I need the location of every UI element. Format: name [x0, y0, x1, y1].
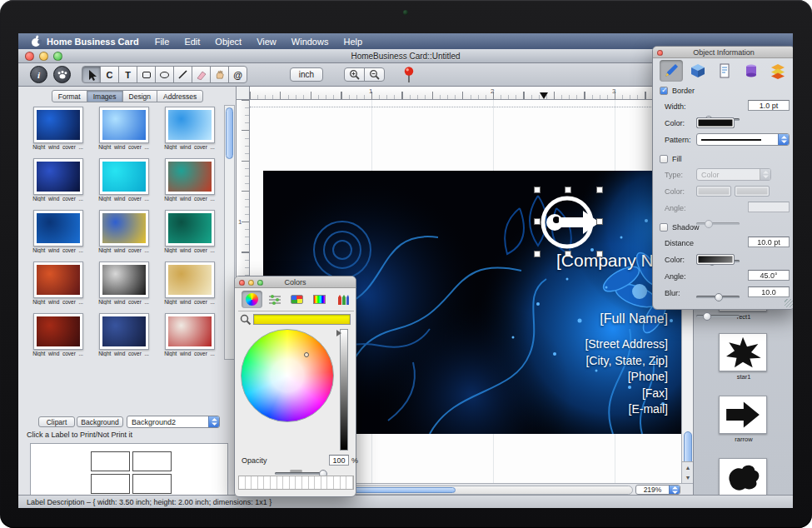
shadow-blur-slider[interactable] [696, 315, 740, 317]
full-name-text[interactable]: [Full Name] [600, 311, 668, 326]
print-label-cell[interactable] [91, 474, 130, 494]
shape-item-star[interactable] [719, 333, 767, 371]
crop-tool[interactable]: C [100, 66, 119, 83]
current-color-swatch[interactable] [253, 314, 351, 325]
scrollbar-arrows[interactable]: ▲▼ [682, 461, 694, 483]
shadow-distance-field[interactable]: 10.0 pt [748, 237, 790, 247]
opacity-slider[interactable] [275, 472, 326, 475]
menu-object[interactable]: Object [207, 37, 249, 47]
line-tool[interactable] [173, 66, 192, 83]
menu-file[interactable]: File [147, 37, 177, 47]
shadow-checkbox[interactable] [660, 223, 668, 232]
image-thumbnail[interactable]: Night_wind_cover_... [159, 105, 221, 157]
tab-format[interactable]: Format [52, 90, 87, 102]
background-button[interactable]: Background [77, 416, 123, 427]
zoom-button[interactable] [257, 280, 263, 286]
color-wheel[interactable] [241, 329, 334, 422]
image-thumbnail[interactable]: Night_wind_cover_... [159, 208, 221, 260]
border-color-well[interactable] [696, 117, 735, 128]
select-tool[interactable] [82, 66, 101, 83]
canvas-horizontal-scrollbar[interactable] [328, 486, 633, 495]
image-thumbnail[interactable]: Night_wind_cover_... [93, 157, 155, 208]
tab-images[interactable]: Images [87, 90, 123, 102]
print-label-cell[interactable] [132, 474, 172, 494]
at-tool[interactable]: @ [228, 66, 247, 83]
rectangle-tool[interactable] [137, 66, 156, 83]
tab-design[interactable]: Design [122, 90, 157, 102]
crayons-tab[interactable] [331, 291, 352, 308]
border-checkbox[interactable] [660, 87, 668, 95]
fill-color-well-1[interactable] [696, 186, 731, 197]
clipart-button[interactable]: Clipart [38, 416, 75, 427]
fill-checkbox[interactable] [660, 155, 668, 163]
image-thumbnail[interactable]: Night_wind_cover_... [93, 311, 155, 360]
magnifier-icon[interactable] [240, 314, 252, 326]
close-button[interactable] [239, 280, 245, 286]
unit-button[interactable]: inch [290, 67, 323, 82]
fill-angle-slider[interactable] [696, 222, 740, 225]
library-scrollbar-thumb[interactable] [226, 107, 233, 159]
color-wheel-selector[interactable] [304, 352, 309, 357]
info-button[interactable]: i [30, 66, 47, 83]
swatch-row[interactable] [238, 476, 354, 490]
zoom-out-button[interactable] [364, 67, 385, 82]
image-thumbnail[interactable]: Night_wind_cover_... [159, 311, 221, 360]
object-info-titlebar[interactable]: Object Information [653, 47, 793, 58]
paw-button[interactable] [53, 66, 71, 83]
shape-item-arrow[interactable] [719, 396, 767, 434]
image-thumbnail[interactable]: Night_wind_cover_... [93, 208, 155, 260]
border-pattern-select[interactable] [696, 133, 790, 146]
colors-panel[interactable]: Colors Opacity 100 % [234, 276, 356, 497]
color-wheel-tab[interactable] [242, 291, 262, 308]
menu-view[interactable]: View [249, 37, 284, 47]
swatch-drawer-handle[interactable] [290, 470, 302, 472]
close-button[interactable] [25, 52, 34, 61]
collection-select[interactable]: Background2 [127, 416, 220, 428]
minimize-button[interactable] [248, 280, 254, 286]
fill-type-select[interactable]: Color [696, 168, 771, 181]
zoom-level-select[interactable]: 219% [635, 485, 680, 495]
contact-text-block[interactable]: [Street Address][City, State, Zip][Phone… [585, 336, 668, 418]
pin-button[interactable] [401, 66, 417, 87]
border-width-field[interactable]: 1.0 pt [748, 100, 790, 111]
resize-grip[interactable] [785, 299, 793, 307]
shadow-blur-field[interactable]: 10.0 [748, 286, 790, 297]
app-menu-title[interactable]: Home Business Card [47, 37, 139, 47]
hand-tool[interactable] [210, 66, 229, 83]
image-thumbnail[interactable]: Night_wind_cover_... [27, 260, 89, 311]
print-label-cell[interactable] [91, 451, 130, 471]
image-thumbnail[interactable]: Night_wind_cover_... [27, 311, 89, 360]
text-tool[interactable]: T [118, 66, 137, 83]
palette-tab[interactable] [286, 291, 307, 308]
brightness-slider[interactable] [340, 329, 348, 451]
shadow-angle-slider[interactable] [696, 296, 740, 298]
minimize-button[interactable] [39, 52, 48, 61]
close-button[interactable] [657, 50, 663, 56]
apple-menu-icon[interactable] [27, 35, 45, 47]
image-thumbnail[interactable]: Night_wind_cover_... [159, 157, 221, 208]
menu-windows[interactable]: Windows [284, 37, 336, 47]
spectrum-tab[interactable] [309, 291, 330, 308]
image-thumbnail[interactable]: Night_wind_cover_... [93, 105, 155, 157]
shadow-color-well[interactable] [696, 254, 735, 265]
zoom-in-button[interactable] [344, 67, 365, 82]
image-thumbnail[interactable]: Night_wind_cover_... [159, 260, 221, 311]
colors-panel-titlebar[interactable]: Colors [235, 276, 356, 288]
fill-angle-field[interactable] [748, 202, 790, 212]
print-label-cell[interactable] [132, 451, 172, 471]
shadow-angle-field[interactable]: 45.0° [748, 270, 790, 281]
image-thumbnail[interactable]: Night_wind_cover_... [27, 208, 89, 260]
brightness-slider-handle[interactable] [336, 330, 341, 336]
zoom-button[interactable] [53, 52, 62, 61]
image-thumbnail[interactable]: Night_wind_cover_... [27, 105, 89, 157]
tab-addresses[interactable]: Addresses [157, 90, 203, 102]
image-thumbnail[interactable]: Night_wind_cover_... [27, 157, 89, 208]
opacity-field[interactable]: 100 [329, 455, 349, 466]
oval-tool[interactable] [155, 66, 174, 83]
menu-edit[interactable]: Edit [177, 37, 207, 47]
sliders-tab[interactable] [264, 291, 285, 308]
fill-color-well-2[interactable] [735, 186, 770, 197]
image-thumbnail[interactable]: Night_wind_cover_... [93, 260, 155, 311]
menu-help[interactable]: Help [336, 37, 370, 47]
object-information-panel[interactable]: Object Information [652, 46, 793, 310]
